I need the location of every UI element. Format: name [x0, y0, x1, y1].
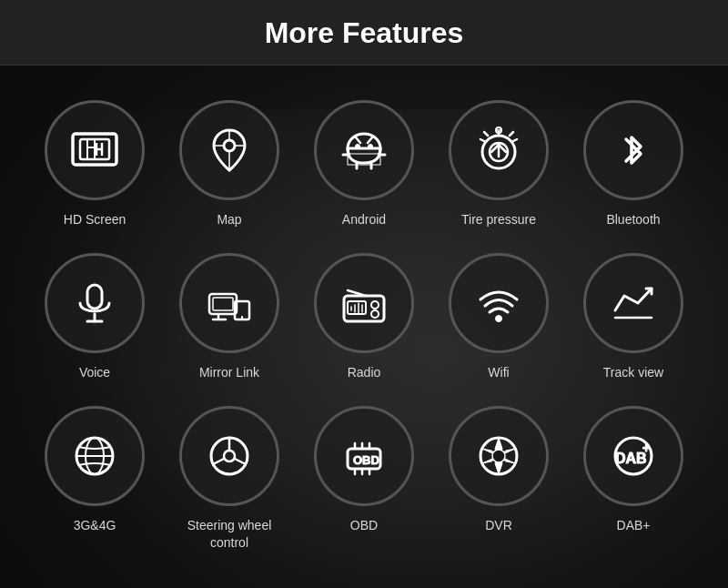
steering-wheel-icon [202, 429, 257, 483]
dvr-icon [471, 429, 526, 483]
page-title: More Features [0, 0, 728, 66]
svg-line-52 [235, 459, 244, 463]
voice-icon-circle [45, 253, 145, 353]
wifi-label: Wifi [488, 364, 509, 380]
radio-label: Radio [348, 364, 381, 380]
feature-mirror-link: Mirror Link [162, 237, 297, 390]
steering-wheel-label: Steering wheel control [187, 517, 272, 550]
map-icon [202, 123, 257, 177]
svg-text:OBD: OBD [353, 453, 379, 467]
wifi-icon [471, 276, 526, 330]
svg-point-43 [496, 316, 502, 322]
voice-icon [67, 276, 122, 330]
dab-plus-icon: DAB + [606, 429, 661, 483]
hd-screen-icon [67, 123, 122, 177]
track-view-icon-circle [583, 253, 683, 353]
mirror-link-icon-circle [179, 253, 279, 353]
svg-rect-25 [87, 285, 102, 309]
feature-radio: Radio [297, 237, 431, 390]
svg-point-49 [224, 451, 235, 461]
bluetooth-icon-circle [583, 100, 683, 200]
radio-icon [337, 276, 391, 330]
dvr-label: DVR [485, 517, 512, 533]
svg-text:+: + [642, 441, 650, 455]
globe-icon-circle [45, 406, 145, 506]
tire-pressure-icon-circle [449, 100, 549, 200]
feature-track-view: Track view [566, 237, 701, 390]
feature-voice: Voice [27, 237, 162, 390]
track-view-label: Track view [603, 364, 663, 380]
tire-pressure-icon [471, 123, 526, 177]
bluetooth-icon [606, 123, 661, 177]
svg-point-42 [371, 310, 379, 318]
feature-hd-screen: HD Screen [27, 84, 162, 237]
obd-icon: OBD [337, 429, 391, 483]
feature-3g4g: 3G&4G [27, 390, 162, 559]
dvr-icon-circle [449, 406, 549, 506]
svg-rect-29 [213, 298, 233, 310]
feature-steering-wheel: Steering wheel control [162, 390, 297, 559]
tire-pressure-label: Tire pressure [461, 211, 536, 228]
feature-tire-pressure: Tire pressure [431, 84, 566, 237]
features-grid: HD Screen Map [0, 66, 728, 578]
mirror-link-label: Mirror Link [199, 364, 259, 380]
mirror-link-icon [202, 276, 257, 330]
dab-plus-icon-circle: DAB + [583, 406, 683, 506]
bluetooth-label: Bluetooth [606, 211, 660, 228]
svg-point-13 [369, 145, 373, 149]
feature-android: Android [297, 84, 431, 237]
map-icon-circle [179, 100, 279, 200]
steering-wheel-icon-circle [179, 406, 279, 506]
hd-screen-label: HD Screen [64, 211, 126, 228]
feature-bluetooth: Bluetooth [566, 84, 701, 237]
svg-point-62 [492, 450, 505, 462]
feature-dvr: DVR [431, 390, 566, 559]
svg-rect-2 [87, 139, 95, 159]
android-icon-circle [314, 100, 414, 200]
hd-screen-icon-circle [45, 100, 145, 200]
android-label: Android [342, 211, 386, 228]
svg-point-8 [224, 140, 235, 151]
svg-rect-34 [344, 296, 384, 321]
svg-line-19 [368, 137, 372, 143]
svg-line-18 [356, 137, 360, 143]
feature-obd: OBD OBD [297, 390, 431, 559]
3g4g-label: 3G&4G [74, 517, 116, 533]
track-view-icon [606, 276, 661, 330]
android-icon [337, 123, 391, 177]
svg-point-41 [371, 301, 379, 309]
feature-wifi: Wifi [431, 237, 566, 390]
feature-dab-plus: DAB + DAB+ [566, 390, 701, 559]
svg-line-51 [215, 459, 224, 463]
wifi-icon-circle [449, 253, 549, 353]
globe-icon [67, 429, 122, 483]
map-label: Map [217, 211, 241, 228]
radio-icon-circle [314, 253, 414, 353]
obd-icon-circle: OBD [314, 406, 414, 506]
svg-point-12 [356, 145, 360, 149]
obd-label: OBD [350, 517, 378, 533]
dab-plus-label: DAB+ [617, 517, 651, 533]
svg-rect-36 [348, 301, 366, 314]
feature-map: Map [162, 84, 297, 237]
voice-label: Voice [79, 364, 110, 380]
